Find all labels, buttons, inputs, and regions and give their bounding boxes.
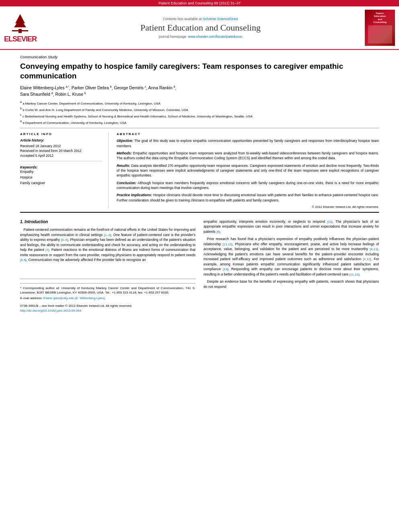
footnote-text: * Corresponding author at: University of… — [20, 286, 195, 295]
intro-para-2: empathic opportunity, interprets emotion… — [204, 219, 379, 234]
homepage-url[interactable]: www.elsevier.com/locate/pateducou — [188, 35, 243, 39]
keyword-empathy: Empathy — [20, 169, 102, 175]
issn-text: 0738-3991/$ – see front matter © 2012 El… — [20, 304, 195, 308]
journal-header-bar: Patient Education and Counseling 89 (201… — [0, 0, 399, 6]
abstract-heading: Abstract — [117, 132, 379, 136]
abstract-objective: Objective: The goal of this study was to… — [117, 138, 379, 148]
introduction-columns: 1. Introduction Patient-centered communi… — [20, 219, 379, 313]
abstract-practice: Practice implications: Hospice clinician… — [117, 193, 379, 203]
objective-label: Objective: — [117, 139, 133, 143]
methods-label: Methods: — [117, 151, 132, 155]
keyword-hospice: Hospice — [20, 175, 102, 181]
ref-8b[interactable]: [8] — [216, 230, 220, 234]
abstract-results: Results: Data analysis identified 270 em… — [117, 163, 379, 178]
authors-line: Elaine Wittenberg-Lyles a,*, Parker Oliv… — [20, 85, 379, 98]
intro-para-4: Despite an evidence base for the benefit… — [204, 279, 379, 289]
conclusion-text: Although hospice team members frequently… — [117, 181, 379, 190]
journal-cover-image: PatientEducationandCounseling — [365, 10, 395, 46]
affiliation-c: c c Biobehavioral Nursing and Health Sys… — [20, 113, 379, 119]
results-label: Results: — [117, 164, 130, 168]
author-kruse: Robin L. Kruse b — [55, 92, 86, 97]
abstract-column: Abstract Objective: The goal of this stu… — [117, 132, 379, 208]
issn-section: 0738-3991/$ – see front matter © 2012 El… — [20, 304, 195, 313]
ref-10[interactable]: [10] — [327, 220, 332, 224]
elsevier-text: ELSEVIER — [4, 35, 36, 43]
keywords-list: Empathy Hospice Family caregiver — [20, 169, 102, 186]
author-demiris: George Demiris c — [114, 85, 146, 90]
article-type: Communication Study — [20, 55, 379, 59]
author-rankin: Anna Rankin d — [148, 85, 175, 90]
journal-homepage: journal homepage: www.elsevier.com/locat… — [40, 35, 361, 39]
practice-text: Hospice clinicians should devote more ti… — [117, 193, 379, 202]
article-title: Conveying empathy to hospice family care… — [20, 62, 379, 81]
objective-text: The goal of this study was to explore em… — [117, 139, 379, 148]
results-text: Data analysis identified 270 empathic op… — [117, 164, 379, 178]
article-info-heading: Article Info — [20, 132, 102, 136]
ref-4-12[interactable]: [4,12] — [363, 257, 371, 261]
affiliation-b: b b Curtis W. and Ann H. Long Department… — [20, 107, 379, 112]
email-link[interactable]: Elaine.lyles@uky.edu (E. Wittenberg-Lyle… — [43, 296, 106, 300]
ref-11-12b[interactable]: [11,12] — [350, 273, 359, 276]
ref-4-11[interactable]: [4,11] — [370, 247, 378, 251]
ref-7[interactable]: [7] — [45, 248, 49, 252]
intro-heading: 1. Introduction — [20, 219, 195, 225]
abstract-copyright: © 2012 Elsevier Ireland Ltd. All rights … — [117, 205, 379, 209]
cover-title: PatientEducationandCounseling — [373, 12, 387, 24]
intro-para-1: Patient-centered communication remains a… — [20, 227, 195, 262]
author-shaunfield: Sara Shaunfield d — [20, 92, 53, 97]
homepage-label: journal homepage: — [159, 35, 188, 39]
intro-para-3: Prior research has found that a physicia… — [204, 236, 379, 277]
cover-photo-placeholder — [368, 25, 392, 43]
author-oliver: Parker Oliver Debra b — [72, 85, 112, 90]
sciverse-label: Contents lists available at — [163, 17, 203, 21]
journal-citation: Patient Education and Counseling 89 (201… — [158, 1, 241, 5]
sciverse-line: Contents lists available at SciVerse Sci… — [40, 17, 361, 21]
received-date-2: Received in revised form 20 March 2012 — [20, 149, 102, 153]
article-history-label: Article history: — [20, 138, 102, 142]
sciverse-link[interactable]: SciVerse ScienceDirect — [203, 17, 238, 21]
abstract-conclusion: Conclusion: Although hospice team member… — [117, 181, 379, 191]
main-content: Communication Study Conveying empathy to… — [0, 50, 399, 318]
footnote-divider — [20, 279, 195, 279]
svg-rect-3 — [12, 30, 28, 31]
ref-4-6[interactable]: [4–6] — [61, 238, 68, 242]
abstract-methods: Methods: Empathic opportunities and hosp… — [117, 151, 379, 161]
elsevier-logo-svg — [4, 12, 36, 34]
doi-link[interactable]: http://dx.doi.org/10.1016/j.pec.2012.04.… — [20, 309, 81, 312]
divider-2 — [20, 212, 379, 213]
methods-text: Empathic opportunities and hospice team … — [117, 151, 379, 160]
keywords-label: Keywords: — [20, 165, 102, 169]
journal-title-section: Contents lists available at SciVerse Sci… — [40, 17, 361, 39]
article-info-column: Article Info Article history: Received 1… — [20, 132, 109, 208]
elsevier-logo: ELSEVIER — [4, 12, 36, 43]
conclusion-label: Conclusion: — [117, 181, 136, 185]
left-divider — [20, 161, 102, 161]
received-date-1: Received 18 January 2012 — [20, 144, 102, 148]
accepted-date: Accepted 5 April 2012 — [20, 154, 102, 158]
keywords-section: Keywords: Empathy Hospice Family caregiv… — [20, 165, 102, 186]
affiliations: a a Markey Cancer Center, Department of … — [20, 100, 379, 125]
footnotes-section: * Corresponding author at: University of… — [20, 279, 195, 313]
affiliation-a: a a Markey Cancer Center, Department of … — [20, 100, 379, 106]
introduction-section: 1. Introduction Patient-centered communi… — [20, 219, 379, 313]
journal-header: ELSEVIER Contents lists available at Sci… — [0, 6, 399, 50]
ref-8-9[interactable]: [8,9] — [20, 258, 27, 262]
info-abstract-section: Article Info Article history: Received 1… — [20, 132, 379, 208]
ref-13[interactable]: [13] — [223, 267, 228, 271]
footnote-email: E-mail address: Elaine.lyles@uky.edu (E.… — [20, 296, 195, 300]
journal-title: Patient Education and Counseling — [40, 23, 361, 33]
footnote-corresponding: * Corresponding author at: University of… — [20, 283, 195, 301]
intro-right-col: empathic opportunity, interprets emotion… — [204, 219, 379, 313]
intro-left-col: 1. Introduction Patient-centered communi… — [20, 219, 195, 313]
affiliation-d: d d Department of Communication, Univers… — [20, 119, 379, 125]
practice-label: Practice implications: — [117, 193, 152, 197]
keyword-family-caregiver: Family caregiver — [20, 181, 102, 186]
ref-1-3[interactable]: [1–3] — [104, 233, 111, 237]
divider-1 — [20, 128, 379, 128]
author-wittenberg: Elaine Wittenberg-Lyles a,* — [20, 85, 69, 90]
ref-11-12[interactable]: [11,12] — [222, 242, 232, 246]
email-label: E-mail address: — [20, 296, 43, 300]
